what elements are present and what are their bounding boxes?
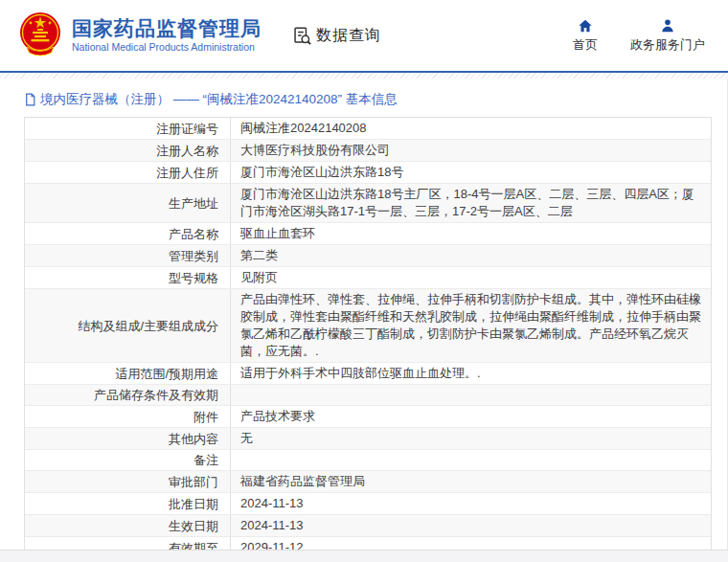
data-query-nav[interactable]: 数据查询 [292, 26, 381, 46]
page-title-text: 境内医疗器械（注册） —— “闽械注准20242140208” 基本信息 [40, 91, 398, 108]
header-nav: 首页 政务服务门户 [573, 18, 713, 54]
row-value: 无 [231, 428, 711, 449]
row-value: 2029-11-12 [231, 537, 711, 550]
brand-logo-block[interactable]: 国家药品监督管理局 National Medical Products Admi… [17, 11, 262, 60]
table-row: 管理类别第二类 [25, 245, 711, 267]
row-value: 产品由弹性环、弹性套、拉伸绳、拉伸手柄和切割防护卡组成。其中，弹性环由硅橡胶制成… [231, 289, 711, 362]
row-label: 管理类别 [25, 245, 231, 266]
national-emblem-logo [17, 11, 63, 60]
row-value: 适用于外科手术中四肢部位驱血止血处理。. [231, 363, 711, 384]
table-row: 注册人住所厦门市海沧区山边洪东路18号 [25, 162, 711, 184]
table-row: 产品储存条件及有效期 [25, 385, 711, 406]
main-content: 境内医疗器械（注册） —— “闽械注准20242140208” 基本信息 注册证… [0, 79, 728, 550]
row-label: 产品储存条件及有效期 [25, 385, 231, 405]
row-value: 福建省药品监督管理局 [231, 471, 711, 492]
row-label: 注册证编号 [25, 118, 231, 139]
row-label: 审批部门 [25, 471, 231, 492]
row-value: 第二类 [231, 245, 711, 266]
row-value: 驱血止血套环 [231, 223, 711, 244]
data-query-label: 数据查询 [316, 26, 381, 46]
row-label: 注册人住所 [25, 162, 231, 183]
page-title: 境内医疗器械（注册） —— “闽械注准20242140208” 基本信息 [0, 79, 727, 117]
row-label: 结构及组成/主要组成成分 [25, 289, 231, 362]
row-label: 型号规格 [25, 267, 231, 288]
org-name-en: National Medical Products Administration [72, 40, 262, 54]
table-row: 其他内容无 [25, 428, 711, 450]
brand-text: 国家药品监督管理局 National Medical Products Admi… [72, 17, 262, 54]
table-row: 产品名称驱血止血套环 [25, 223, 711, 245]
row-label: 适用范围/预期用途 [25, 363, 231, 384]
table-row: 审批部门福建省药品监督管理局 [25, 471, 711, 493]
table-row: 结构及组成/主要组成成分产品由弹性环、弹性套、拉伸绳、拉伸手柄和切割防护卡组成。… [25, 289, 711, 363]
row-label: 生产地址 [25, 184, 231, 222]
row-label: 注册人名称 [25, 140, 231, 161]
home-icon [578, 18, 593, 34]
user-icon [660, 18, 675, 34]
row-label: 附件 [25, 406, 231, 427]
nav-portal-label: 政务服务门户 [630, 36, 705, 54]
row-label: 有效期至 [25, 537, 231, 550]
table-row: 生效日期2024-11-13 [25, 515, 711, 537]
table-row: 生产地址厦门市海沧区山边洪东路18号主厂区，18-4号一层A区、二层、三层、四层… [25, 184, 711, 223]
table-row: 批准日期2024-11-13 [25, 493, 711, 515]
org-name-zh: 国家药品监督管理局 [72, 17, 262, 40]
row-value: 2024-11-13 [231, 515, 711, 536]
nav-portal[interactable]: 政务服务门户 [630, 18, 705, 54]
row-value: 2024-11-13 [231, 493, 711, 514]
row-value: 大博医疗科技股份有限公司 [231, 140, 711, 161]
row-value: 闽械注准20242140208 [231, 118, 711, 139]
page: 国家药品监督管理局 National Medical Products Admi… [0, 0, 728, 562]
row-label: 批准日期 [25, 493, 231, 514]
row-label: 备注 [25, 450, 231, 470]
table-row: 附件产品技术要求 [25, 406, 711, 428]
row-label: 其他内容 [25, 428, 231, 449]
table-row: 型号规格见附页 [25, 267, 711, 289]
nav-home-label: 首页 [573, 36, 598, 54]
table-row: 有效期至2029-11-12 [25, 537, 711, 550]
table-row: 备注 [25, 450, 711, 471]
row-value [231, 385, 711, 405]
document-icon [24, 93, 36, 106]
table-row: 注册人名称大博医疗科技股份有限公司 [25, 140, 711, 162]
info-table: 注册证编号闽械注准20242140208注册人名称大博医疗科技股份有限公司注册人… [24, 117, 712, 550]
row-value: 见附页 [231, 267, 711, 288]
document-search-icon [292, 26, 312, 46]
row-value [231, 450, 711, 470]
table-row: 适用范围/预期用途适用于外科手术中四肢部位驱血止血处理。. [25, 363, 711, 385]
table-row: 注册证编号闽械注准20242140208 [25, 118, 711, 140]
row-value: 厦门市海沧区山边洪东路18号主厂区，18-4号一层A区、二层、三层、四层A区；厦… [231, 184, 711, 222]
row-label: 生效日期 [25, 515, 231, 536]
nav-home[interactable]: 首页 [573, 18, 598, 54]
site-header: 国家药品监督管理局 National Medical Products Admi… [0, 0, 728, 71]
row-label: 产品名称 [25, 223, 231, 244]
row-value: 产品技术要求 [231, 406, 711, 427]
footer-strip [0, 550, 728, 562]
row-value: 厦门市海沧区山边洪东路18号 [231, 162, 711, 183]
